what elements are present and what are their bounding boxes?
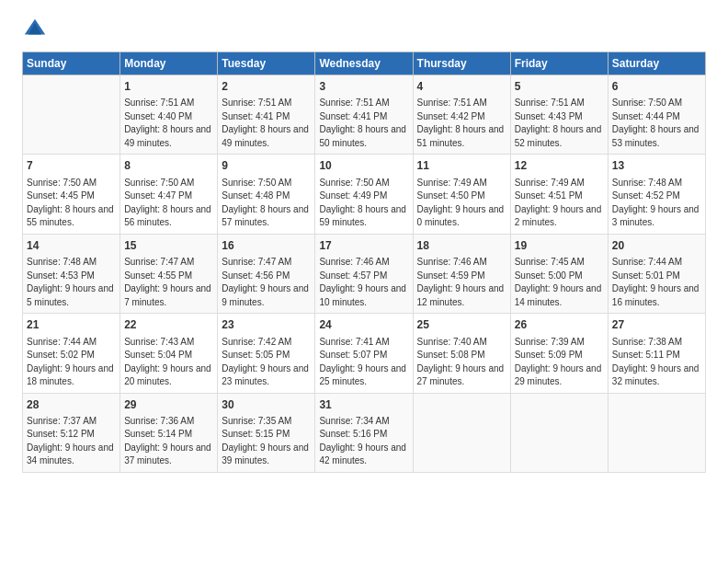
logo-icon (22, 17, 48, 42)
calendar-cell: 9Sunrise: 7:50 AMSunset: 4:48 PMDaylight… (218, 155, 315, 234)
calendar-cell: 27Sunrise: 7:38 AMSunset: 5:11 PMDayligh… (608, 314, 705, 393)
cell-info: Sunrise: 7:44 AMSunset: 5:01 PMDaylight:… (612, 256, 701, 309)
cell-info: Sunrise: 7:46 AMSunset: 4:59 PMDaylight:… (417, 256, 506, 309)
cell-info: Sunrise: 7:50 AMSunset: 4:49 PMDaylight:… (319, 177, 408, 230)
cell-info: Sunrise: 7:39 AMSunset: 5:09 PMDaylight:… (515, 336, 604, 389)
cell-info: Sunrise: 7:51 AMSunset: 4:42 PMDaylight:… (417, 97, 506, 150)
day-number: 9 (222, 158, 311, 174)
calendar-cell: 31Sunrise: 7:34 AMSunset: 5:16 PMDayligh… (315, 393, 413, 472)
day-number: 5 (515, 79, 604, 95)
calendar-table: SundayMondayTuesdayWednesdayThursdayFrid… (22, 52, 706, 473)
day-number: 16 (222, 238, 311, 254)
day-number: 10 (319, 158, 408, 174)
cell-info: Sunrise: 7:50 AMSunset: 4:47 PMDaylight:… (124, 177, 213, 230)
week-row-4: 21Sunrise: 7:44 AMSunset: 5:02 PMDayligh… (23, 314, 706, 393)
day-number: 13 (612, 158, 701, 174)
day-number: 24 (319, 317, 408, 333)
logo (22, 17, 51, 42)
calendar-cell: 29Sunrise: 7:36 AMSunset: 5:14 PMDayligh… (120, 393, 218, 472)
day-number: 8 (124, 158, 213, 174)
calendar-cell: 30Sunrise: 7:35 AMSunset: 5:15 PMDayligh… (218, 393, 315, 472)
cell-info: Sunrise: 7:43 AMSunset: 5:04 PMDaylight:… (124, 336, 213, 389)
calendar-cell: 8Sunrise: 7:50 AMSunset: 4:47 PMDaylight… (120, 155, 218, 234)
cell-info: Sunrise: 7:38 AMSunset: 5:11 PMDaylight:… (612, 336, 701, 389)
calendar-cell: 7Sunrise: 7:50 AMSunset: 4:45 PMDaylight… (23, 155, 120, 234)
calendar-cell: 17Sunrise: 7:46 AMSunset: 4:57 PMDayligh… (315, 234, 413, 313)
cell-info: Sunrise: 7:45 AMSunset: 5:00 PMDaylight:… (515, 256, 604, 309)
week-row-5: 28Sunrise: 7:37 AMSunset: 5:12 PMDayligh… (23, 393, 706, 472)
day-header-tuesday: Tuesday (218, 52, 315, 75)
day-header-wednesday: Wednesday (315, 52, 413, 75)
cell-info: Sunrise: 7:51 AMSunset: 4:43 PMDaylight:… (515, 97, 604, 150)
day-number: 17 (319, 238, 408, 254)
day-header-thursday: Thursday (413, 52, 510, 75)
calendar-cell: 20Sunrise: 7:44 AMSunset: 5:01 PMDayligh… (608, 234, 705, 313)
cell-info: Sunrise: 7:42 AMSunset: 5:05 PMDaylight:… (222, 336, 311, 389)
cell-info: Sunrise: 7:34 AMSunset: 5:16 PMDaylight:… (319, 415, 408, 468)
day-header-sunday: Sunday (23, 52, 120, 75)
day-number: 7 (27, 158, 116, 174)
day-number: 2 (222, 79, 311, 95)
cell-info: Sunrise: 7:44 AMSunset: 5:02 PMDaylight:… (27, 336, 116, 389)
calendar-cell: 11Sunrise: 7:49 AMSunset: 4:50 PMDayligh… (413, 155, 510, 234)
day-number: 1 (124, 79, 213, 95)
page: SundayMondayTuesdayWednesdayThursdayFrid… (0, 0, 728, 484)
calendar-cell: 26Sunrise: 7:39 AMSunset: 5:09 PMDayligh… (510, 314, 608, 393)
day-number: 3 (319, 79, 408, 95)
calendar-cell: 2Sunrise: 7:51 AMSunset: 4:41 PMDaylight… (218, 75, 315, 155)
calendar-cell: 23Sunrise: 7:42 AMSunset: 5:05 PMDayligh… (218, 314, 315, 393)
cell-info: Sunrise: 7:50 AMSunset: 4:44 PMDaylight:… (612, 97, 701, 150)
calendar-cell: 24Sunrise: 7:41 AMSunset: 5:07 PMDayligh… (315, 314, 413, 393)
day-header-monday: Monday (120, 52, 218, 75)
calendar-cell: 12Sunrise: 7:49 AMSunset: 4:51 PMDayligh… (510, 155, 608, 234)
week-row-1: 1Sunrise: 7:51 AMSunset: 4:40 PMDaylight… (23, 75, 706, 155)
day-number: 29 (124, 397, 213, 413)
cell-info: Sunrise: 7:35 AMSunset: 5:15 PMDaylight:… (222, 415, 311, 468)
cell-info: Sunrise: 7:37 AMSunset: 5:12 PMDaylight:… (27, 415, 116, 468)
day-number: 6 (612, 79, 701, 95)
day-header-saturday: Saturday (608, 52, 705, 75)
calendar-cell: 5Sunrise: 7:51 AMSunset: 4:43 PMDaylight… (510, 75, 608, 155)
day-number: 28 (27, 397, 116, 413)
calendar-cell: 6Sunrise: 7:50 AMSunset: 4:44 PMDaylight… (608, 75, 705, 155)
day-number: 22 (124, 317, 213, 333)
cell-info: Sunrise: 7:47 AMSunset: 4:55 PMDaylight:… (124, 256, 213, 309)
cell-info: Sunrise: 7:51 AMSunset: 4:41 PMDaylight:… (319, 97, 408, 150)
cell-info: Sunrise: 7:48 AMSunset: 4:53 PMDaylight:… (27, 256, 116, 309)
calendar-cell: 14Sunrise: 7:48 AMSunset: 4:53 PMDayligh… (23, 234, 120, 313)
cell-info: Sunrise: 7:36 AMSunset: 5:14 PMDaylight:… (124, 415, 213, 468)
calendar-cell (23, 75, 120, 155)
calendar-cell: 1Sunrise: 7:51 AMSunset: 4:40 PMDaylight… (120, 75, 218, 155)
week-row-3: 14Sunrise: 7:48 AMSunset: 4:53 PMDayligh… (23, 234, 706, 313)
cell-info: Sunrise: 7:49 AMSunset: 4:51 PMDaylight:… (515, 177, 604, 230)
cell-info: Sunrise: 7:50 AMSunset: 4:45 PMDaylight:… (27, 177, 116, 230)
cell-info: Sunrise: 7:51 AMSunset: 4:40 PMDaylight:… (124, 97, 213, 150)
day-number: 14 (27, 238, 116, 254)
cell-info: Sunrise: 7:48 AMSunset: 4:52 PMDaylight:… (612, 177, 701, 230)
calendar-cell: 19Sunrise: 7:45 AMSunset: 5:00 PMDayligh… (510, 234, 608, 313)
cell-info: Sunrise: 7:46 AMSunset: 4:57 PMDaylight:… (319, 256, 408, 309)
calendar-cell (510, 393, 608, 472)
cell-info: Sunrise: 7:49 AMSunset: 4:50 PMDaylight:… (417, 177, 506, 230)
calendar-cell (413, 393, 510, 472)
calendar-cell: 10Sunrise: 7:50 AMSunset: 4:49 PMDayligh… (315, 155, 413, 234)
day-number: 15 (124, 238, 213, 254)
calendar-cell: 21Sunrise: 7:44 AMSunset: 5:02 PMDayligh… (23, 314, 120, 393)
cell-info: Sunrise: 7:50 AMSunset: 4:48 PMDaylight:… (222, 177, 311, 230)
calendar-cell: 22Sunrise: 7:43 AMSunset: 5:04 PMDayligh… (120, 314, 218, 393)
day-number: 25 (417, 317, 506, 333)
day-number: 30 (222, 397, 311, 413)
day-number: 18 (417, 238, 506, 254)
header-row: SundayMondayTuesdayWednesdayThursdayFrid… (23, 52, 706, 75)
calendar-cell: 3Sunrise: 7:51 AMSunset: 4:41 PMDaylight… (315, 75, 413, 155)
day-number: 4 (417, 79, 506, 95)
day-number: 23 (222, 317, 311, 333)
calendar-cell: 13Sunrise: 7:48 AMSunset: 4:52 PMDayligh… (608, 155, 705, 234)
cell-info: Sunrise: 7:40 AMSunset: 5:08 PMDaylight:… (417, 336, 506, 389)
week-row-2: 7Sunrise: 7:50 AMSunset: 4:45 PMDaylight… (23, 155, 706, 234)
day-number: 19 (515, 238, 604, 254)
calendar-cell (608, 393, 705, 472)
cell-info: Sunrise: 7:47 AMSunset: 4:56 PMDaylight:… (222, 256, 311, 309)
calendar-cell: 4Sunrise: 7:51 AMSunset: 4:42 PMDaylight… (413, 75, 510, 155)
header (22, 17, 706, 42)
